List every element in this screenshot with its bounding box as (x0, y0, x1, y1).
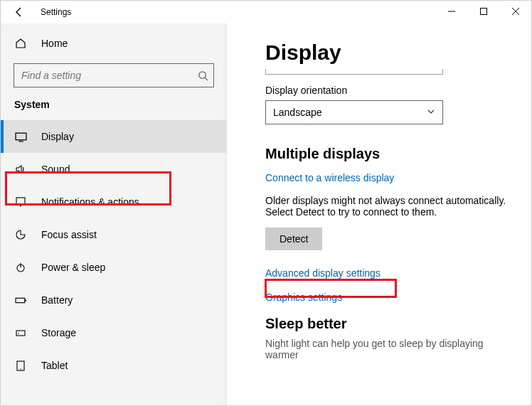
sidebar-item-label: Storage (41, 327, 76, 338)
power-icon (14, 261, 27, 274)
sidebar-item-tablet[interactable]: Tablet (1, 349, 227, 382)
orientation-label: Display orientation (265, 85, 517, 96)
battery-icon (14, 294, 27, 306)
svg-rect-11 (16, 298, 25, 302)
close-button[interactable] (499, 1, 531, 22)
multi-description: Older displays might not always connect … (265, 195, 517, 218)
sleep-description: Night light can help you get to sleep by… (265, 338, 517, 360)
svg-point-4 (198, 71, 205, 78)
maximize-button[interactable] (467, 1, 499, 22)
sound-icon (14, 163, 27, 176)
svg-point-14 (18, 333, 19, 334)
svg-rect-6 (16, 133, 26, 140)
display-icon (14, 130, 27, 143)
sidebar-item-label: Battery (41, 294, 73, 306)
search-icon (192, 70, 213, 81)
sidebar-item-power-sleep[interactable]: Power & sleep (1, 251, 227, 284)
svg-point-16 (20, 368, 21, 369)
sidebar-item-storage[interactable]: Storage (1, 316, 227, 349)
search-input[interactable] (14, 70, 192, 81)
sidebar-item-focus-assist[interactable]: Focus assist (1, 218, 227, 251)
sleep-better-heading: Sleep better (265, 316, 517, 332)
advanced-display-settings-link[interactable]: Advanced display settings (265, 267, 517, 279)
notifications-icon (14, 196, 27, 208)
sidebar-item-label: Sound (41, 164, 70, 175)
home-nav[interactable]: Home (1, 29, 227, 58)
back-button[interactable] (12, 5, 26, 19)
section-system: System (1, 99, 227, 120)
storage-icon (14, 326, 27, 339)
sidebar-item-sound[interactable]: Sound (1, 153, 227, 186)
svg-rect-13 (16, 331, 25, 336)
window-title: Settings (41, 7, 71, 17)
home-icon (14, 37, 27, 50)
detect-button[interactable]: Detect (265, 228, 322, 250)
chevron-down-icon (427, 107, 435, 118)
sidebar-item-label: Focus assist (41, 229, 97, 240)
sidebar-item-display[interactable]: Display (1, 120, 227, 153)
svg-rect-12 (24, 299, 26, 301)
divider-line (265, 69, 443, 75)
sidebar-item-notifications[interactable]: Notifications & actions (1, 186, 227, 218)
orientation-select[interactable]: Landscape (265, 100, 443, 124)
page-title: Display (265, 41, 517, 65)
minimize-button[interactable] (435, 1, 467, 22)
sidebar-item-label: Notifications & actions (41, 196, 139, 208)
focus-assist-icon (14, 228, 27, 241)
orientation-value: Landscape (273, 107, 322, 118)
tablet-icon (14, 359, 27, 372)
svg-rect-8 (16, 198, 25, 204)
sidebar-item-battery[interactable]: Battery (1, 284, 227, 316)
graphics-settings-link[interactable]: Graphics settings (265, 292, 517, 303)
sidebar: Home System Display Sound (1, 23, 227, 405)
sidebar-item-label: Display (41, 131, 74, 142)
home-label: Home (41, 38, 68, 49)
search-box[interactable] (14, 63, 214, 87)
multiple-displays-heading: Multiple displays (265, 146, 517, 162)
sidebar-item-label: Power & sleep (41, 262, 105, 273)
sidebar-item-label: Tablet (41, 360, 68, 371)
svg-rect-1 (480, 9, 486, 15)
svg-line-5 (205, 78, 208, 80)
connect-wireless-display-link[interactable]: Connect to a wireless display (265, 172, 517, 183)
content-pane: Display Display orientation Landscape Mu… (227, 23, 531, 405)
